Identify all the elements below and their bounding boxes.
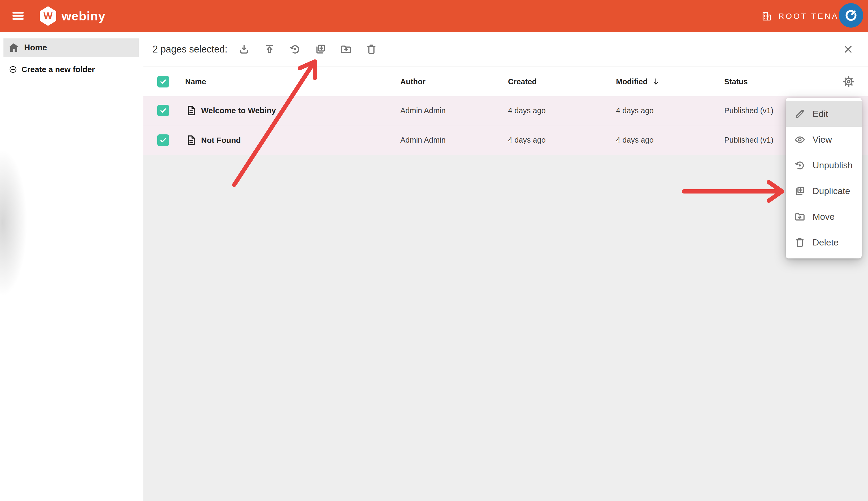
- page-document-icon: [185, 134, 197, 146]
- page-status: Published (v1): [724, 96, 773, 125]
- sort-descending-icon: [651, 77, 660, 86]
- delete-button[interactable]: [365, 43, 377, 55]
- page-author: Admin Admin: [400, 125, 446, 155]
- menu-item-label: Delete: [813, 237, 838, 248]
- create-folder-button[interactable]: Create a new folder: [3, 61, 139, 78]
- building-icon: [761, 10, 773, 22]
- webiny-page-manager: W webiny ROOT TENANT Home: [0, 0, 868, 501]
- check-icon: [159, 107, 167, 115]
- column-header-status[interactable]: Status: [724, 67, 748, 96]
- column-header-created[interactable]: Created: [508, 67, 537, 96]
- drawer-shadow: [0, 143, 29, 302]
- topbar: W webiny ROOT TENANT: [0, 0, 868, 32]
- page-created: 4 days ago: [508, 96, 546, 125]
- sidebar-home-label: Home: [24, 43, 47, 53]
- power-icon: [845, 9, 858, 22]
- webiny-hexagon-icon: W: [40, 6, 56, 26]
- download-button[interactable]: [238, 43, 250, 55]
- table-settings-button[interactable]: [843, 76, 855, 88]
- page-created: 4 days ago: [508, 125, 546, 155]
- trash-icon: [794, 237, 806, 248]
- row-checkbox[interactable]: [157, 135, 169, 146]
- column-header-modified[interactable]: Modified: [616, 67, 660, 96]
- move-button[interactable]: [340, 43, 352, 55]
- row-checkbox[interactable]: [157, 105, 169, 116]
- move-icon: [340, 43, 352, 55]
- column-header-name[interactable]: Name: [185, 67, 206, 96]
- menu-item-label: Move: [813, 212, 835, 222]
- page-modified: 4 days ago: [616, 125, 653, 155]
- column-header-author[interactable]: Author: [400, 67, 426, 96]
- close-selection-button[interactable]: [842, 43, 854, 55]
- bulk-actions: [238, 32, 377, 66]
- select-all-checkbox[interactable]: [157, 76, 169, 87]
- menu-item-move[interactable]: Move: [786, 204, 862, 230]
- menu-item-label: Edit: [813, 109, 828, 119]
- unpublish-button[interactable]: [289, 43, 301, 55]
- duplicate-icon: [794, 185, 806, 197]
- pencil-icon: [794, 108, 806, 120]
- move-icon: [794, 211, 806, 223]
- eye-icon: [794, 134, 806, 146]
- page-title[interactable]: Welcome to Webiny: [201, 96, 276, 125]
- brand-name: webiny: [62, 9, 105, 23]
- create-folder-label: Create a new folder: [21, 65, 95, 74]
- circle-plus-icon: [9, 65, 17, 74]
- trash-icon: [365, 43, 377, 55]
- table-header: Name Author Created Modified Status: [143, 67, 868, 96]
- folder-sidebar: Home Create a new folder: [0, 32, 143, 501]
- page-list: 2 pages selected:: [143, 32, 868, 501]
- duplicate-icon: [314, 43, 326, 55]
- table-row[interactable]: Not Found Admin Admin 4 days ago 4 days …: [143, 125, 868, 155]
- menu-item-label: Unpublish: [813, 160, 853, 170]
- check-icon: [159, 78, 167, 86]
- home-icon: [8, 42, 20, 54]
- page-document-icon: [185, 105, 197, 117]
- menu-item-delete[interactable]: Delete: [786, 230, 862, 255]
- publish-button[interactable]: [263, 43, 276, 55]
- unpublish-icon: [289, 43, 301, 55]
- menu-item-edit[interactable]: Edit: [786, 101, 862, 127]
- unpublish-icon: [794, 160, 806, 171]
- selection-toolbar: 2 pages selected:: [143, 32, 868, 67]
- menu-item-label: Duplicate: [813, 186, 850, 196]
- check-icon: [159, 136, 167, 144]
- table-row[interactable]: Welcome to Webiny Admin Admin 4 days ago…: [143, 96, 868, 125]
- menu-item-label: View: [813, 135, 832, 145]
- gear-icon: [843, 76, 855, 88]
- menu-hamburger-icon[interactable]: [11, 9, 25, 23]
- menu-item-duplicate[interactable]: Duplicate: [786, 178, 862, 204]
- selection-count-text: 2 pages selected:: [153, 32, 227, 66]
- menu-item-unpublish[interactable]: Unpublish: [786, 152, 862, 178]
- page-title[interactable]: Not Found: [201, 125, 241, 155]
- close-icon: [842, 43, 854, 55]
- duplicate-button[interactable]: [314, 43, 326, 55]
- publish-icon: [263, 43, 276, 55]
- sidebar-item-home[interactable]: Home: [3, 39, 139, 57]
- page-modified: 4 days ago: [616, 96, 653, 125]
- page-author: Admin Admin: [400, 96, 446, 125]
- download-icon: [238, 43, 250, 55]
- page-status: Published (v1): [724, 125, 773, 155]
- menu-item-view[interactable]: View: [786, 127, 862, 152]
- user-avatar[interactable]: [839, 3, 863, 28]
- webiny-logo: W webiny: [40, 0, 105, 32]
- row-actions-menu: Edit View Unpublish Duplicate Move Delet: [786, 98, 862, 258]
